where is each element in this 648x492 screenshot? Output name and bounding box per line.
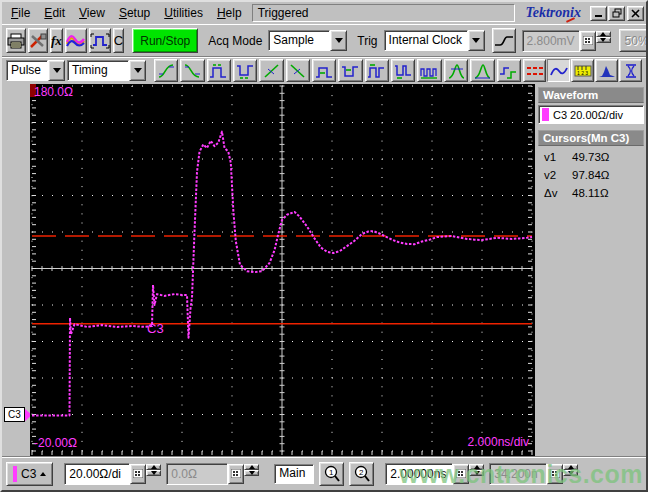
keypad-icon[interactable]: [580, 31, 596, 51]
channel-margin: C3: [2, 84, 30, 456]
cursor-v2-readout: v2 97.84Ω: [538, 166, 644, 184]
spin-down-icon[interactable]: [469, 470, 484, 476]
acq-mode-select[interactable]: Sample: [268, 30, 347, 51]
close-icon: [631, 9, 640, 18]
waveform-graticule[interactable]: 180.0Ω -20.00Ω 2.000ns/div C3: [30, 84, 535, 456]
bottom-control-bar: C3 20.00Ω/di 0.0Ω Main 1 2: [2, 456, 646, 490]
keypad-icon[interactable]: [453, 464, 469, 484]
ruler-icon: 1 2 3: [574, 63, 592, 79]
timebase-scale-value[interactable]: 2.00000ns: [385, 463, 453, 485]
vertical-scale-control: 20.00Ω/di: [64, 462, 161, 486]
svg-text:1: 1: [329, 468, 334, 477]
acq-mode-label: Acq Mode: [208, 34, 262, 48]
menu-utilities[interactable]: Utilities: [157, 4, 210, 22]
spin-down-icon[interactable]: [244, 470, 259, 476]
cursors-toggle-button[interactable]: [523, 59, 546, 82]
mask-icon: [622, 63, 640, 79]
positive-overshoot-icon: [447, 62, 466, 80]
histogram-button[interactable]: [595, 59, 618, 82]
print-button[interactable]: [6, 28, 26, 53]
rise-time-button[interactable]: [154, 59, 178, 82]
positive-crossing-button[interactable]: [259, 59, 283, 82]
waveform-plot[interactable]: [30, 84, 535, 456]
menu-setup[interactable]: Setup: [112, 4, 157, 22]
negative-crossing-button[interactable]: [286, 59, 310, 82]
measurement-readout-button[interactable]: 1 2 3: [571, 59, 594, 82]
channel-c3-label: C3: [4, 407, 25, 422]
magnifier-2-icon: 2: [353, 465, 371, 483]
menu-edit[interactable]: Edit: [37, 4, 72, 22]
keypad-icon[interactable]: [547, 464, 563, 484]
chevron-down-icon[interactable]: [330, 30, 347, 51]
negative-width-button[interactable]: [233, 59, 257, 82]
negative-duty-button[interactable]: [391, 59, 415, 82]
zoom-1-button[interactable]: 1: [319, 462, 344, 486]
positive-overshoot-button[interactable]: [444, 59, 468, 82]
channel-button-label: C3: [21, 467, 36, 481]
fall-time-button[interactable]: [180, 59, 204, 82]
autoset-button[interactable]: [89, 28, 111, 53]
main-area: C3 180.0Ω -20.00Ω 2.000ns/div C3 Wavefor…: [2, 84, 646, 456]
keypad-icon[interactable]: [130, 464, 146, 484]
keypad-icon[interactable]: [228, 464, 244, 484]
chevron-down-icon[interactable]: [48, 60, 65, 81]
chevron-down-icon[interactable]: [468, 30, 485, 51]
waveform-display-button[interactable]: [547, 59, 570, 82]
menu-view[interactable]: View: [72, 4, 112, 22]
readout-panel: Waveform C3 20.00Ω/div Cursors(Mn C3) v1…: [535, 84, 646, 456]
minimize-button[interactable]: [590, 6, 607, 21]
clear-button[interactable]: C: [113, 28, 124, 53]
run-stop-button[interactable]: Run/Stop: [132, 28, 198, 53]
rising-edge-icon: [493, 34, 515, 48]
menu-help[interactable]: Help: [210, 4, 249, 22]
spin-down-icon[interactable]: [596, 37, 611, 43]
c3-color-stripe: [13, 466, 17, 482]
positive-width-icon: [209, 62, 228, 80]
tools-button[interactable]: [28, 28, 48, 53]
menu-file[interactable]: File: [4, 4, 37, 22]
waveform-database-button[interactable]: [65, 28, 87, 53]
menu-bar: File Edit View Setup Utilities Help Trig…: [2, 2, 646, 24]
formula-button[interactable]: fx: [50, 28, 63, 53]
measure-type-select[interactable]: Timing: [67, 60, 146, 81]
spin-down-icon[interactable]: [146, 470, 161, 476]
trigger-slope-button[interactable]: [492, 28, 516, 53]
positive-pulse-button[interactable]: [312, 59, 336, 82]
set-level-50-button[interactable]: 50%: [619, 29, 648, 52]
channel-select-button[interactable]: C3: [6, 462, 53, 486]
peak-button[interactable]: [470, 59, 494, 82]
timebase-view-field[interactable]: Main: [274, 464, 314, 484]
positive-width-button[interactable]: [207, 59, 231, 82]
vertical-scale-value[interactable]: 20.00Ω/di: [64, 463, 130, 485]
chevron-down-icon[interactable]: [129, 60, 146, 81]
waveform-entry-text: C3 20.00Ω/div: [553, 109, 623, 121]
c-icon: C: [114, 33, 123, 48]
waveform-list-entry[interactable]: C3 20.00Ω/div: [538, 105, 644, 124]
positive-crossing-icon: [262, 62, 281, 80]
timebase-label: 2.000ns/div: [468, 435, 529, 449]
channel-up-icon: [40, 472, 46, 476]
acq-mode-value: Sample: [268, 30, 330, 51]
delay-button[interactable]: [497, 59, 521, 82]
channel-c3-marker[interactable]: C3: [4, 407, 32, 422]
restore-button[interactable]: [608, 6, 625, 21]
trig-source-select[interactable]: Internal Clock: [384, 30, 485, 51]
restore-icon: [612, 8, 622, 18]
app-window: File Edit View Setup Utilities Help Trig…: [0, 0, 648, 492]
positive-duty-button[interactable]: [365, 59, 389, 82]
rise-time-icon: [157, 62, 176, 80]
timebase-scale-control: 2.00000ns: [385, 462, 484, 486]
frequency-button[interactable]: [417, 59, 441, 82]
c3-color-swatch: [542, 108, 549, 121]
cursors-panel-header: Cursors(Mn C3): [538, 130, 644, 146]
burst-width-button[interactable]: [338, 59, 362, 82]
svg-text:1 2 3: 1 2 3: [577, 70, 588, 76]
spin-down-icon[interactable]: [563, 470, 578, 476]
zoom-2-button[interactable]: 2: [349, 462, 374, 486]
vertical-bottom-label: -20.00Ω: [34, 436, 77, 450]
close-button[interactable]: [627, 6, 644, 21]
measure-class-select[interactable]: Pulse: [6, 60, 65, 81]
peak-icon: [473, 62, 492, 80]
delay-icon: [499, 62, 518, 80]
mask-test-button[interactable]: [619, 59, 642, 82]
